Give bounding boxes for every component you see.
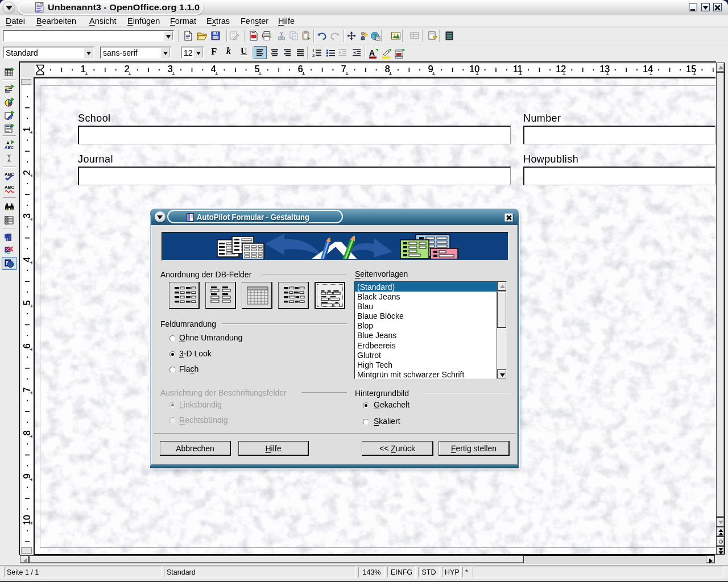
svg-text:ABC: ABC: [5, 172, 14, 177]
svg-text:2: 2: [312, 53, 315, 57]
svg-text:ABC: ABC: [5, 185, 14, 190]
svg-text:A: A: [369, 49, 375, 57]
